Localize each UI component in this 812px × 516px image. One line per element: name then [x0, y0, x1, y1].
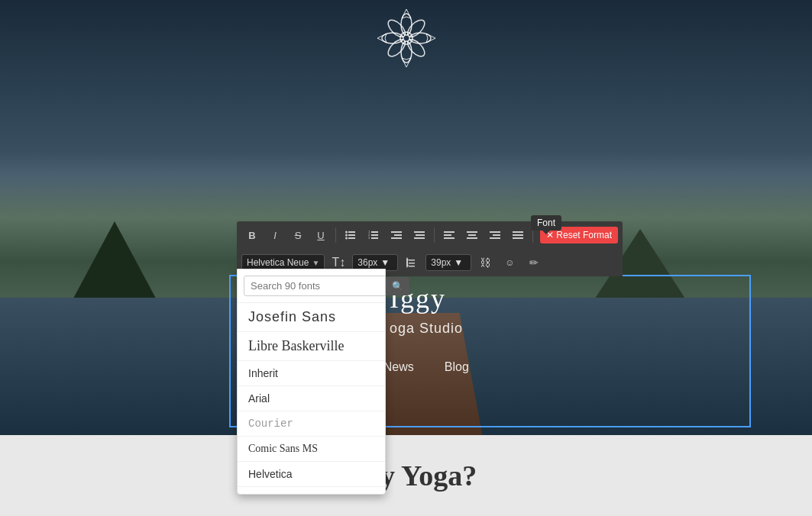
- align-right-icon: [490, 230, 500, 240]
- font-list-item[interactable]: Helvetica: [238, 462, 385, 487]
- align-left-button[interactable]: [438, 224, 460, 246]
- font-tooltip: Font: [531, 215, 561, 231]
- align-justify-button[interactable]: [507, 224, 529, 246]
- svg-rect-31: [444, 231, 455, 233]
- font-list: Josefin SansLibre BaskervilleInheritAria…: [238, 303, 385, 494]
- font-search-input[interactable]: [244, 276, 386, 296]
- font-size-label: 36px: [357, 257, 377, 268]
- list-ol-icon: 123: [368, 230, 379, 240]
- underline-button[interactable]: U: [310, 224, 332, 246]
- align-justify-icon: [513, 230, 523, 240]
- svg-rect-21: [371, 237, 378, 239]
- font-list-item[interactable]: Comic Sans MS: [238, 437, 385, 462]
- svg-rect-34: [467, 231, 477, 233]
- svg-point-6: [385, 37, 408, 60]
- flower-icon: [376, 8, 437, 69]
- bottom-section: Why Yoga?: [0, 435, 812, 516]
- font-dropdown: 🔍 Josefin SansLibre BaskervilleInheritAr…: [237, 269, 386, 495]
- toolbar-row1: B I S U 123 ✕ Reset Format: [237, 221, 623, 249]
- svg-point-2: [404, 17, 427, 40]
- line-height-label: 39px: [431, 257, 451, 268]
- outdent-icon: [391, 230, 402, 240]
- indent-icon: [414, 230, 425, 240]
- font-search-button[interactable]: 🔍: [386, 277, 409, 295]
- separator-1: [335, 227, 336, 243]
- svg-rect-25: [391, 231, 402, 233]
- svg-point-0: [400, 32, 412, 44]
- italic-button[interactable]: I: [264, 224, 286, 246]
- align-center-icon: [467, 230, 477, 240]
- svg-rect-37: [490, 231, 500, 233]
- svg-point-18: [345, 237, 348, 240]
- svg-rect-39: [490, 237, 500, 239]
- svg-point-17: [345, 234, 348, 237]
- list-ul-icon: [345, 230, 356, 240]
- font-list-item[interactable]: Arial: [238, 386, 385, 411]
- font-size-arrow: ▼: [380, 257, 390, 268]
- svg-point-8: [385, 17, 408, 40]
- list-ul-button[interactable]: [340, 224, 361, 246]
- line-height-select[interactable]: 39px ▼: [425, 254, 471, 271]
- separator-2: [434, 227, 435, 243]
- link-button[interactable]: ⛓: [474, 252, 496, 273]
- svg-marker-46: [406, 257, 409, 268]
- font-list-item[interactable]: Courier: [238, 411, 385, 437]
- toolbar-container: Font B I S U 123 ✕ R: [237, 221, 623, 276]
- logo-flower: [376, 8, 437, 69]
- font-list-item[interactable]: Inherit: [238, 361, 385, 386]
- svg-rect-32: [444, 234, 451, 236]
- svg-rect-14: [348, 234, 355, 236]
- svg-point-16: [345, 231, 348, 234]
- font-list-item[interactable]: Libre Baskerville: [238, 332, 385, 361]
- align-left-icon: [444, 230, 455, 240]
- svg-point-4: [404, 37, 427, 60]
- svg-rect-45: [409, 266, 415, 267]
- bold-button[interactable]: B: [241, 224, 263, 246]
- svg-rect-35: [468, 234, 476, 236]
- tooltip-text: Font: [537, 218, 555, 228]
- svg-rect-27: [391, 237, 402, 239]
- logo-area: [376, 8, 437, 69]
- strikethrough-button[interactable]: S: [287, 224, 309, 246]
- svg-rect-29: [416, 234, 425, 236]
- svg-rect-38: [493, 234, 500, 236]
- font-name-label: Helvetica Neue: [247, 257, 309, 268]
- line-height-icon: [406, 257, 417, 268]
- align-center-button[interactable]: [461, 224, 483, 246]
- list-ol-button[interactable]: 123: [363, 224, 384, 246]
- svg-rect-41: [513, 234, 523, 236]
- font-search-box: 🔍: [238, 269, 385, 303]
- svg-rect-40: [513, 231, 523, 233]
- svg-rect-13: [348, 231, 355, 233]
- svg-text:3: 3: [368, 236, 370, 240]
- outdent-button[interactable]: [386, 224, 407, 246]
- indent-button[interactable]: [409, 224, 430, 246]
- line-height-arrow: ▼: [454, 257, 463, 268]
- svg-rect-44: [409, 263, 415, 264]
- font-list-item[interactable]: Tahoma: [238, 487, 385, 494]
- paint-button[interactable]: ✏: [523, 252, 545, 273]
- svg-rect-20: [371, 234, 378, 236]
- svg-rect-36: [467, 237, 477, 239]
- svg-rect-26: [394, 234, 402, 236]
- svg-rect-15: [348, 237, 355, 239]
- svg-rect-28: [414, 231, 425, 233]
- font-list-item[interactable]: Josefin Sans: [238, 303, 385, 332]
- line-height-icon-button[interactable]: [401, 252, 422, 273]
- svg-rect-42: [513, 237, 523, 239]
- svg-rect-43: [409, 260, 415, 261]
- svg-rect-30: [414, 237, 425, 239]
- svg-rect-19: [371, 231, 378, 233]
- align-right-button[interactable]: [484, 224, 506, 246]
- font-select-arrow: ▼: [312, 259, 319, 267]
- special-chars-button[interactable]: ☺: [499, 252, 520, 273]
- svg-rect-33: [444, 237, 455, 239]
